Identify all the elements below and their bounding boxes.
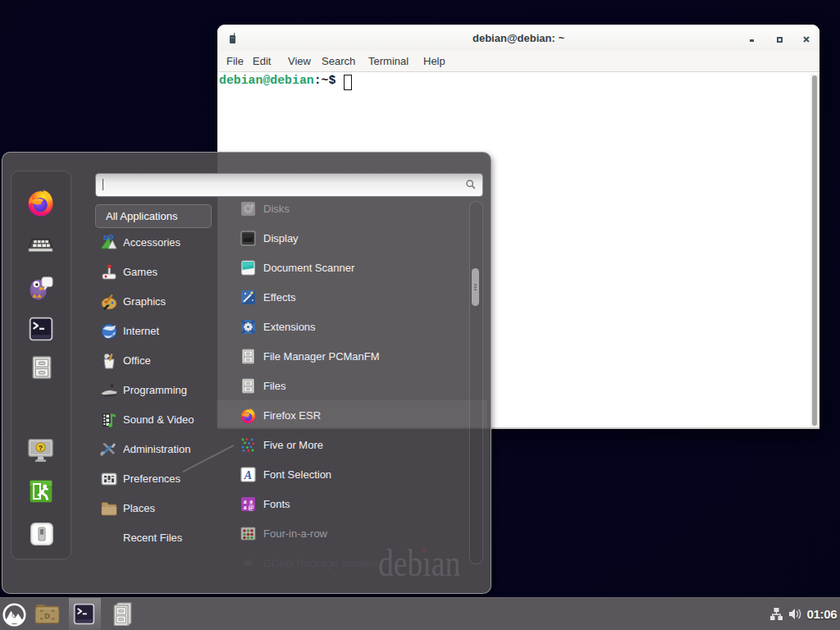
svg-text:A: A xyxy=(244,469,252,482)
svg-text:D: D xyxy=(44,612,50,620)
svg-text:@: @ xyxy=(249,504,254,511)
svg-text:a: a xyxy=(244,504,247,511)
svg-text:?: ? xyxy=(39,444,43,452)
